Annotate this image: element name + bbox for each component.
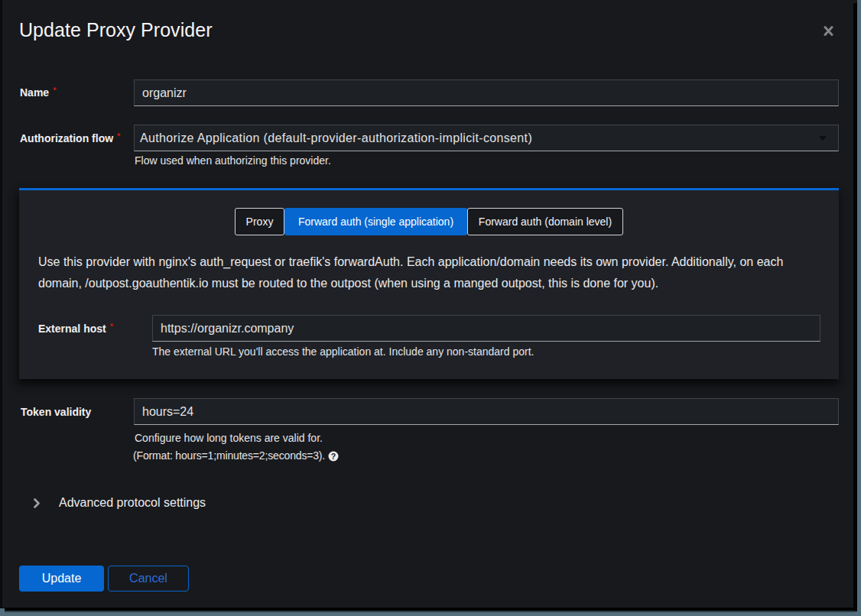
svg-text:?: ? [331,452,336,461]
